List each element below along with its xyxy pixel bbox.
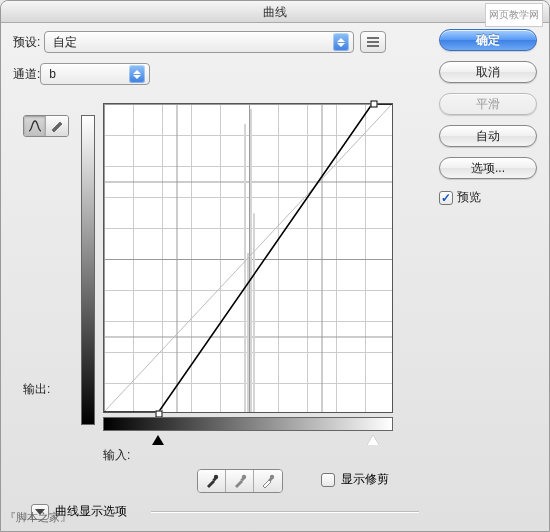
preview-row: 预览 [439, 189, 537, 206]
white-slider[interactable] [367, 435, 379, 445]
eyedropper-group [197, 469, 283, 493]
preset-menu-button[interactable] [360, 31, 386, 53]
black-slider[interactable] [152, 435, 164, 445]
eyedropper-icon [204, 473, 220, 489]
gray-eyedropper-button[interactable] [226, 470, 254, 492]
eyedropper-icon [232, 473, 248, 489]
channel-row: 通道: b [13, 63, 150, 85]
eyedropper-icon [260, 473, 276, 489]
separator [151, 511, 419, 512]
options-button[interactable]: 选项... [439, 157, 537, 179]
pencil-tool-button[interactable] [46, 116, 68, 136]
show-clipping-row: 显示修剪 [321, 471, 389, 488]
white-point-handle[interactable] [371, 101, 378, 108]
input-gradient [103, 417, 393, 431]
curve-tool-toggle [23, 115, 69, 137]
show-clipping-checkbox[interactable] [321, 473, 335, 487]
show-clipping-label: 显示修剪 [341, 471, 389, 488]
menu-icon [366, 37, 380, 47]
curve-graph-area [73, 103, 363, 413]
black-eyedropper-button[interactable] [198, 470, 226, 492]
preview-label: 预览 [457, 189, 481, 206]
curve-icon [28, 120, 42, 132]
smooth-button: 平滑 [439, 93, 537, 115]
svg-rect-3 [253, 213, 255, 412]
output-label: 输出: [23, 381, 50, 398]
preset-row: 预设: 自定 [13, 31, 386, 53]
auto-button[interactable]: 自动 [439, 125, 537, 147]
ok-button[interactable]: 确定 [439, 29, 537, 51]
channel-select[interactable]: b [40, 63, 150, 85]
preset-label: 预设: [13, 34, 40, 51]
dialog-content: 预设: 自定 通道: b 确定 取消 平滑 自动 选项... 预览 [1, 23, 549, 531]
input-label: 输入: [103, 447, 130, 464]
titlebar[interactable]: 曲线 网页教学网 [1, 1, 549, 23]
select-arrows-icon [129, 65, 145, 83]
channel-value: b [49, 67, 56, 81]
cancel-button[interactable]: 取消 [439, 61, 537, 83]
preset-select[interactable]: 自定 [44, 31, 354, 53]
svg-rect-0 [244, 124, 246, 412]
preview-checkbox[interactable] [439, 191, 453, 205]
curves-dialog: 曲线 网页教学网 预设: 自定 通道: b 确定 取消 平滑 自动 [0, 0, 550, 532]
input-slider-track [103, 435, 393, 449]
svg-rect-1 [247, 253, 249, 412]
curve-svg [104, 104, 392, 412]
watermark-bottom: 『脚本之家』 [5, 510, 71, 525]
preset-value: 自定 [53, 34, 77, 51]
channel-label: 通道: [13, 66, 40, 83]
curve-tool-button[interactable] [24, 116, 46, 136]
dialog-title: 曲线 [263, 5, 287, 19]
curve-grid[interactable] [103, 103, 393, 413]
pencil-icon [50, 120, 64, 132]
select-arrows-icon [333, 33, 349, 51]
white-eyedropper-button[interactable] [254, 470, 282, 492]
right-button-column: 确定 取消 平滑 自动 选项... 预览 [439, 29, 537, 206]
svg-rect-2 [250, 109, 252, 412]
